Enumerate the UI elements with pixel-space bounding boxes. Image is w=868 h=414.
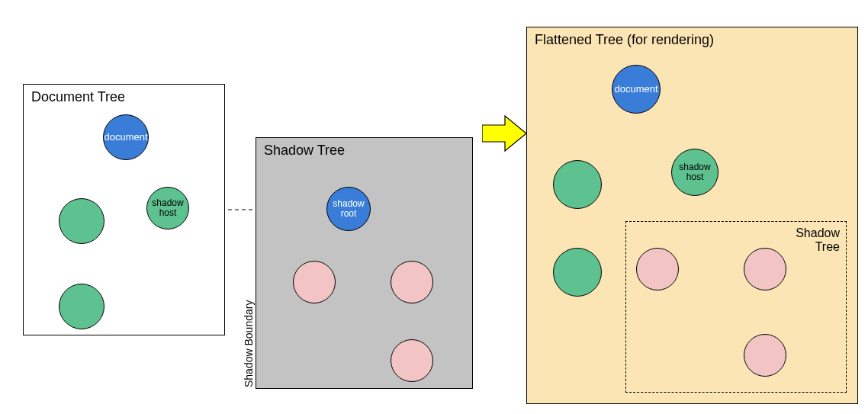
doc-node-child1 bbox=[59, 198, 104, 244]
shadow-node-child1 bbox=[293, 261, 336, 303]
flat-node-document: document bbox=[612, 65, 661, 114]
flat-node-shadow-host-label: shadow host bbox=[679, 162, 710, 182]
shadow-node-root: shadow root bbox=[326, 187, 371, 231]
shadow-boundary-label: Shadow Boundary bbox=[243, 300, 255, 387]
document-tree-title: Document Tree bbox=[31, 89, 125, 105]
shadow-node-grandchild bbox=[391, 339, 433, 382]
flattened-tree-title: Flattened Tree (for rendering) bbox=[535, 32, 714, 48]
flattened-shadow-subtree-label: Shadow Tree bbox=[796, 226, 840, 255]
flat-node-shadow-child2 bbox=[744, 248, 786, 290]
flat-node-child1 bbox=[553, 160, 602, 209]
shadow-tree-title: Shadow Tree bbox=[264, 143, 345, 159]
flat-node-document-label: document bbox=[614, 84, 657, 95]
doc-node-document-label: document bbox=[104, 132, 147, 143]
doc-node-shadow-host-label: shadow host bbox=[152, 198, 183, 218]
shadow-tree-panel: Shadow Tree bbox=[256, 137, 473, 389]
flattened-shadow-subtree: Shadow Tree bbox=[625, 221, 847, 393]
flat-node-shadow-grandchild bbox=[744, 334, 786, 377]
svg-marker-14 bbox=[482, 116, 526, 151]
shadow-node-root-label: shadow root bbox=[333, 199, 364, 219]
flat-node-shadow-child1 bbox=[636, 248, 679, 290]
doc-node-document: document bbox=[103, 114, 149, 160]
flat-node-grandchild bbox=[553, 248, 602, 297]
shadow-node-child2 bbox=[391, 261, 433, 303]
doc-node-shadow-host: shadow host bbox=[146, 187, 189, 229]
arrow-transform-icon bbox=[482, 114, 528, 152]
doc-node-grandchild bbox=[59, 284, 104, 329]
flat-node-shadow-host: shadow host bbox=[671, 149, 719, 196]
